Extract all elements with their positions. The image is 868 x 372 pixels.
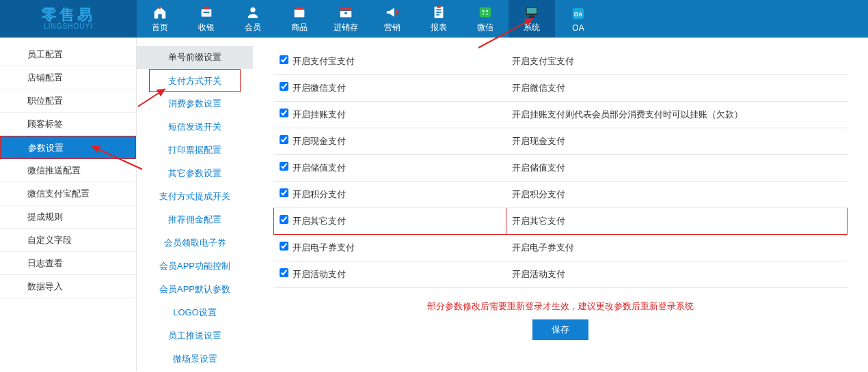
subnav-item-11[interactable]: LOGO设置	[137, 301, 253, 324]
logo: 零售易 LINGSHOUYI	[0, 0, 137, 38]
subnav-item-5[interactable]: 其它参数设置	[137, 162, 253, 185]
settings-row-right: 开启活动支付	[512, 269, 565, 279]
topnav-item-marketing[interactable]: 营销	[369, 0, 416, 38]
svg-point-18	[487, 14, 488, 15]
svg-rect-5	[295, 10, 305, 17]
settings-row-right: 开启支付宝支付	[512, 56, 574, 66]
leftnav-item-1[interactable]: 店铺配置	[0, 66, 136, 89]
topnav-item-label: 首页	[152, 22, 168, 33]
topnav-item-system[interactable]: 系统	[508, 0, 555, 38]
svg-rect-8	[344, 12, 347, 14]
settings-row-left: 开启现金支付	[293, 136, 346, 146]
leftnav-item-6[interactable]: 微信支付宝配置	[0, 182, 136, 205]
settings-row-right: 开启其它支付	[512, 216, 565, 226]
svg-rect-6	[340, 8, 352, 11]
topnav-item-goods[interactable]: 商品	[276, 0, 323, 38]
settings-checkbox-0[interactable]	[280, 55, 288, 64]
svg-rect-10	[436, 9, 441, 10]
body: 员工配置店铺配置职位配置顾客标签参数设置微信推送配置微信支付宝配置提成规则自定义…	[0, 38, 868, 371]
member-icon	[245, 4, 261, 20]
settings-checkbox-6[interactable]	[280, 215, 288, 224]
settings-checkbox-4[interactable]	[280, 162, 288, 171]
leftnav-item-9[interactable]: 日志查看	[0, 252, 136, 275]
topnav-item-label: 营销	[384, 22, 401, 33]
subnav-item-1[interactable]: 支付方式开关	[149, 69, 241, 92]
cash-icon	[198, 4, 215, 20]
settings-row-left: 开启积分支付	[293, 189, 346, 199]
settings-row-2: 开启挂账支付开启挂账支付则代表会员部分消费支付时可以挂账（欠款）	[274, 102, 847, 128]
settings-row-left: 开启挂账支付	[293, 109, 346, 119]
svg-text:OA: OA	[574, 11, 582, 17]
subnav-item-9[interactable]: 会员APP功能控制	[137, 255, 253, 278]
topnav-item-cash[interactable]: 收银	[183, 0, 230, 38]
warning-text: 部分参数修改后需要重新登录才生效，建议更改参数后重新登录系统	[273, 300, 847, 313]
settings-row-left: 开启储值支付	[293, 162, 346, 173]
settings-row-right: 开启积分支付	[512, 189, 565, 199]
settings-checkbox-1[interactable]	[280, 82, 288, 91]
svg-point-17	[483, 14, 484, 15]
topnav-item-home[interactable]: 首页	[137, 0, 183, 38]
topnav: 首页收银会员商品进销存营销报表微信系统OAOA	[137, 0, 601, 38]
settings-row-8: 开启活动支付开启活动支付	[274, 261, 847, 288]
leftnav-item-0[interactable]: 员工配置	[0, 43, 136, 66]
settings-checkbox-3[interactable]	[280, 135, 288, 144]
subnav-item-3[interactable]: 短信发送开关	[137, 115, 253, 139]
topnav-item-stock[interactable]: 进销存	[323, 0, 369, 38]
svg-rect-0	[159, 7, 161, 10]
leftnav-item-3[interactable]: 顾客标签	[0, 113, 136, 136]
subnav-item-13[interactable]: 微场景设置	[137, 347, 253, 371]
leftnav-item-8[interactable]: 自定义字段	[0, 229, 136, 252]
settings-row-left: 开启电子券支付	[293, 242, 355, 253]
topnav-item-report[interactable]: 报表	[416, 0, 462, 38]
settings-row-4: 开启储值支付开启储值支付	[274, 155, 847, 182]
logo-en: LINGSHOUYI	[44, 23, 93, 30]
topbar: 零售易 LINGSHOUYI 首页收银会员商品进销存营销报表微信系统OAOA	[0, 0, 868, 38]
logo-cn: 零售易	[42, 8, 95, 23]
settings-checkbox-5[interactable]	[280, 188, 288, 197]
settings-row-1: 开启微信支付开启微信支付	[274, 75, 847, 102]
topnav-item-wechat[interactable]: 微信	[462, 0, 508, 38]
settings-row-left: 开启微信支付	[293, 83, 346, 93]
topnav-item-label: 收银	[198, 22, 215, 33]
settings-checkbox-8[interactable]	[280, 268, 288, 277]
subnav-item-10[interactable]: 会员APP默认参数	[137, 278, 253, 301]
settings-row-5: 开启积分支付开启积分支付	[274, 182, 847, 208]
settings-row-right: 开启电子券支付	[512, 242, 574, 253]
subnav-item-6[interactable]: 支付方式提成开关	[137, 185, 253, 208]
settings-table: 开启支付宝支付开启支付宝支付开启微信支付开启微信支付开启挂账支付开启挂账支付则代…	[273, 48, 847, 288]
settings-row-left: 开启其它支付	[293, 216, 346, 226]
leftnav-item-10[interactable]: 数据导入	[0, 275, 136, 298]
leftnav-item-4[interactable]: 参数设置	[0, 136, 136, 159]
subnav-item-2[interactable]: 消费参数设置	[137, 92, 253, 115]
marketing-icon	[384, 4, 401, 20]
settings-row-3: 开启现金支付开启现金支付	[274, 128, 847, 155]
svg-rect-21	[530, 16, 534, 17]
topnav-item-label: 系统	[524, 22, 540, 33]
settings-row-right: 开启微信支付	[512, 83, 565, 93]
topnav-item-label: 微信	[477, 22, 493, 33]
settings-row-7: 开启电子券支付开启电子券支付	[274, 235, 847, 261]
svg-point-16	[486, 10, 488, 12]
settings-checkbox-2[interactable]	[280, 109, 288, 117]
main: 开启支付宝支付开启支付宝支付开启微信支付开启微信支付开启挂账支付开启挂账支付则代…	[253, 38, 868, 371]
subnav-item-12[interactable]: 员工推送设置	[137, 324, 253, 347]
subnav-item-4[interactable]: 打印票据配置	[137, 139, 253, 162]
subnav: 单号前缀设置支付方式开关消费参数设置短信发送开关打印票据配置其它参数设置支付方式…	[137, 38, 253, 371]
subnav-item-8[interactable]: 会员领取电子券	[137, 231, 253, 255]
leftnav-item-5[interactable]: 微信推送配置	[0, 159, 136, 182]
settings-row-left: 开启支付宝支付	[293, 56, 355, 66]
save-button[interactable]: 保存	[532, 319, 588, 340]
leftnav-item-2[interactable]: 职位配置	[0, 89, 136, 113]
svg-rect-13	[437, 6, 441, 8]
topnav-item-member[interactable]: 会员	[230, 0, 276, 38]
subnav-item-7[interactable]: 推荐佣金配置	[137, 208, 253, 231]
svg-rect-12	[436, 14, 439, 16]
subnav-item-0[interactable]: 单号前缀设置	[137, 46, 253, 69]
settings-checkbox-7[interactable]	[280, 242, 288, 251]
settings-row-right: 开启挂账支付则代表会员部分消费支付时可以挂账（欠款）	[512, 109, 743, 119]
topnav-item-oa[interactable]: OAOA	[555, 0, 601, 38]
svg-rect-3	[203, 12, 209, 13]
settings-row-6: 开启其它支付开启其它支付	[274, 208, 847, 235]
svg-rect-11	[436, 12, 441, 13]
leftnav-item-7[interactable]: 提成规则	[0, 205, 136, 229]
